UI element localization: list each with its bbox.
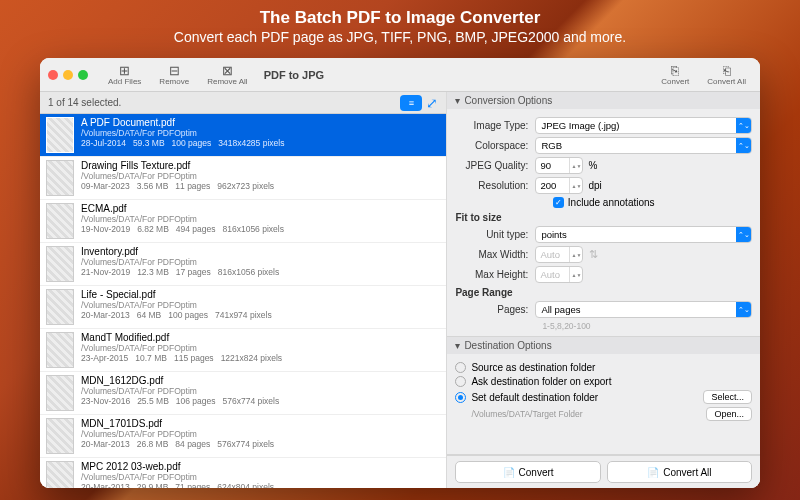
file-row[interactable]: ECMA.pdf /Volumes/DATA/For PDFOptim 19-N… [40,200,446,243]
default-folder-radio[interactable] [455,392,466,403]
pages-label: Pages: [455,304,535,315]
file-thumbnail [46,289,74,325]
file-path: /Volumes/DATA/For PDFOptim [81,472,440,482]
file-name: Inventory.pdf [81,246,440,257]
colorspace-select[interactable]: RGB⌃⌄ [535,137,752,154]
remove-all-button[interactable]: ⊠Remove All [201,63,253,86]
convert-button[interactable]: 📄Convert [455,461,600,483]
file-name: Drawing Fills Texture.pdf [81,160,440,171]
hero-title: The Batch PDF to Image Converter [0,8,800,28]
traffic-lights [48,70,88,80]
file-row[interactable]: Life - Special.pdf /Volumes/DATA/For PDF… [40,286,446,329]
file-info: 09-Mar-20233.56 MB11 pages962x723 pixels [81,181,440,191]
titlebar: ⊞Add Files ⊟Remove ⊠Remove All PDF to JP… [40,58,760,92]
max-width-input[interactable]: Auto▲▼ [535,246,583,263]
pages-select[interactable]: All pages⌃⌄ [535,301,752,318]
chevron-updown-icon: ⌃⌄ [736,227,751,242]
minus-box-icon: ⊟ [169,63,180,77]
file-info: 21-Nov-201912.3 MB17 pages816x1056 pixel… [81,267,440,277]
source-folder-radio[interactable] [455,362,466,373]
file-path: /Volumes/DATA/For PDFOptim [81,214,440,224]
convert-icon: ⎘ [671,63,679,77]
resolution-label: Resolution: [455,180,535,191]
convert-all-button[interactable]: 📄Convert All [607,461,752,483]
stepper-icon[interactable]: ▲▼ [569,247,582,262]
file-row[interactable]: MPC 2012 03-web.pdf /Volumes/DATA/For PD… [40,458,446,488]
file-thumbnail [46,461,74,488]
destination-section-header[interactable]: ▾Destination Options [447,337,760,354]
expand-button[interactable]: ⤢ [426,95,438,111]
quality-input[interactable]: 90▲▼ [535,157,583,174]
add-files-button[interactable]: ⊞Add Files [102,63,147,86]
file-path: /Volumes/DATA/For PDFOptim [81,171,440,181]
options-panel: ▾Conversion Options Image Type:JPEG Imag… [447,92,760,488]
file-info: 20-Mar-201364 MB100 pages741x974 pixels [81,310,440,320]
conversion-section-header[interactable]: ▾Conversion Options [447,92,760,109]
file-row[interactable]: Drawing Fills Texture.pdf /Volumes/DATA/… [40,157,446,200]
file-info: 19-Nov-20196.82 MB494 pages816x1056 pixe… [81,224,440,234]
file-info: 20-Mar-201329.9 MB71 pages624x804 pixels [81,482,440,488]
unit-type-label: Unit type: [455,229,535,240]
pages-hint: 1-5,8,20-100 [542,321,752,331]
file-info: 23-Nov-201625.5 MB106 pages576x774 pixel… [81,396,440,406]
file-row[interactable]: Inventory.pdf /Volumes/DATA/For PDFOptim… [40,243,446,286]
file-thumbnail [46,117,74,153]
resolution-input[interactable]: 200▲▼ [535,177,583,194]
plus-box-icon: ⊞ [119,63,130,77]
image-type-select[interactable]: JPEG Image (.jpg)⌃⌄ [535,117,752,134]
file-row[interactable]: MDN_1701DS.pdf /Volumes/DATA/For PDFOpti… [40,415,446,458]
max-width-label: Max Width: [455,249,535,260]
link-icon[interactable]: ⇅ [589,248,598,261]
file-info: 23-Apr-201510.7 MB115 pages1221x824 pixe… [81,353,440,363]
x-box-icon: ⊠ [222,63,233,77]
open-folder-button[interactable]: Open... [706,407,752,421]
file-path: /Volumes/DATA/For PDFOptim [81,300,440,310]
close-button[interactable] [48,70,58,80]
file-thumbnail [46,332,74,368]
chevron-updown-icon: ⌃⌄ [736,138,751,153]
file-path: /Volumes/DATA/For PDFOptim [81,386,440,396]
minimize-button[interactable] [63,70,73,80]
select-folder-button[interactable]: Select... [703,390,752,404]
file-path: /Volumes/DATA/For PDFOptim [81,343,440,353]
file-path: /Volumes/DATA/For PDFOptim [81,429,440,439]
stepper-icon[interactable]: ▲▼ [569,158,582,173]
file-panel: 1 of 14 selected. ≡ ⤢ A PDF Document.pdf… [40,92,447,488]
page-range-heading: Page Range [455,287,752,298]
file-info: 28-Jul-201459.3 MB100 pages3418x4285 pix… [81,138,440,148]
file-name: MandT Modified.pdf [81,332,440,343]
window-title: PDF to JPG [264,69,325,81]
colorspace-label: Colorspace: [455,140,535,151]
zoom-button[interactable] [78,70,88,80]
sort-button[interactable]: ≡ [400,95,422,111]
file-name: ECMA.pdf [81,203,440,214]
annotations-checkbox[interactable]: ✓ [553,197,564,208]
stepper-icon[interactable]: ▲▼ [569,267,582,282]
file-name: A PDF Document.pdf [81,117,440,128]
file-thumbnail [46,375,74,411]
ask-folder-radio[interactable] [455,376,466,387]
file-info: 20-Mar-201326.8 MB84 pages576x774 pixels [81,439,440,449]
annotations-label: Include annotations [568,197,655,208]
file-thumbnail [46,160,74,196]
file-name: MDN_1701DS.pdf [81,418,440,429]
file-row[interactable]: MDN_1612DG.pdf /Volumes/DATA/For PDFOpti… [40,372,446,415]
selection-status: 1 of 14 selected. [48,97,121,108]
file-thumbnail [46,418,74,454]
stepper-icon[interactable]: ▲▼ [569,178,582,193]
file-thumbnail [46,203,74,239]
quality-label: JPEG Quality: [455,160,535,171]
max-height-input[interactable]: Auto▲▼ [535,266,583,283]
remove-button[interactable]: ⊟Remove [153,63,195,86]
file-row[interactable]: MandT Modified.pdf /Volumes/DATA/For PDF… [40,329,446,372]
disclosure-icon: ▾ [455,340,460,351]
convert-toolbar-button[interactable]: ⎘Convert [655,63,695,86]
footer: 📄Convert 📄Convert All [447,455,760,488]
file-row[interactable]: A PDF Document.pdf /Volumes/DATA/For PDF… [40,114,446,157]
unit-type-select[interactable]: points⌃⌄ [535,226,752,243]
fit-to-size-heading: Fit to size [455,212,752,223]
convert-all-icon: ⎗ [723,63,731,77]
convert-all-icon: 📄 [647,467,659,478]
file-list[interactable]: A PDF Document.pdf /Volumes/DATA/For PDF… [40,114,446,488]
convert-all-toolbar-button[interactable]: ⎗Convert All [701,63,752,86]
